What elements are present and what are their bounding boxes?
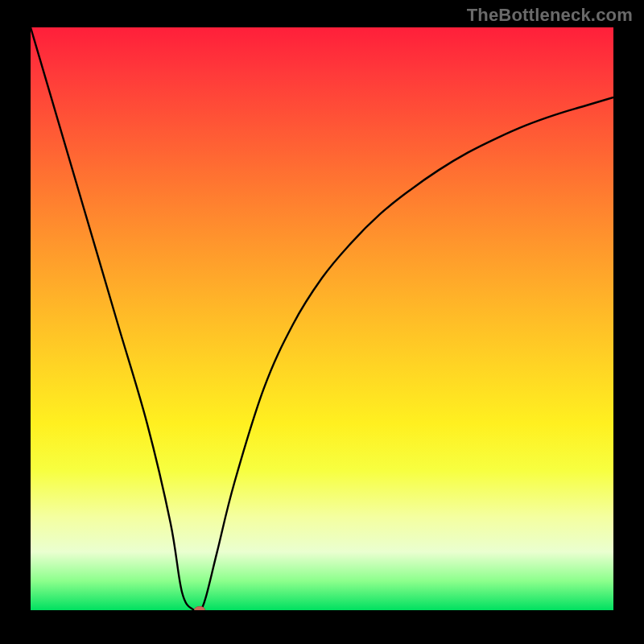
bottleneck-curve bbox=[31, 27, 613, 610]
watermark-text: TheBottleneck.com bbox=[467, 5, 633, 26]
plot-area bbox=[31, 27, 613, 610]
curve-svg bbox=[31, 27, 613, 610]
chart-frame: TheBottleneck.com bbox=[0, 0, 644, 644]
optimal-point-marker bbox=[194, 606, 205, 610]
